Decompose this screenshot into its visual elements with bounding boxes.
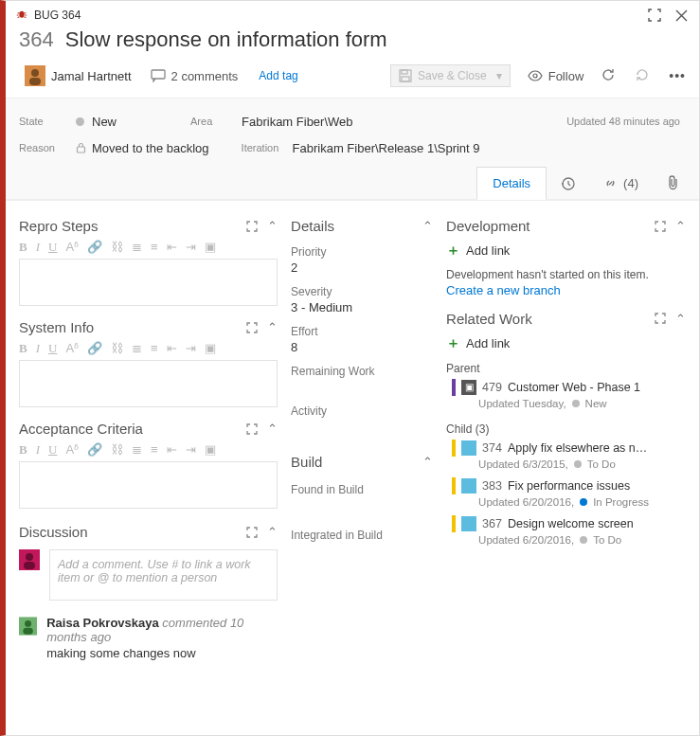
priority-value[interactable]: 2	[291, 260, 433, 278]
expand-icon[interactable]	[655, 221, 666, 232]
related-state: In Progress	[593, 496, 649, 508]
sysinfo-input[interactable]	[19, 360, 278, 407]
tab-details[interactable]: Details	[476, 167, 547, 200]
found-build-value[interactable]	[291, 498, 433, 515]
follow-button[interactable]: Follow	[528, 69, 584, 83]
bullets-icon: ≣	[132, 240, 142, 255]
tab-history[interactable]	[547, 167, 589, 199]
integrated-build-value[interactable]	[291, 544, 433, 561]
chevron-up-icon[interactable]: ⌃	[675, 312, 686, 326]
state-dot-icon	[574, 460, 582, 468]
chevron-up-icon[interactable]: ⌃	[675, 219, 686, 233]
related-item[interactable]: 374 Apply fix elsewhere as n… Updated 6/…	[452, 440, 686, 470]
parent-label: Parent	[446, 362, 686, 375]
window-titlebar: BUG 364	[6, 1, 699, 27]
related-state: To Do	[587, 458, 616, 470]
type-color-bar	[452, 477, 456, 494]
effort-label: Effort	[291, 325, 433, 338]
expand-icon[interactable]	[246, 423, 258, 435]
section-related-title: Related Work	[446, 311, 532, 327]
chevron-up-icon[interactable]: ⌃	[267, 219, 278, 233]
related-updated: Updated 6/20/2016,	[478, 496, 574, 508]
rte-toolbar[interactable]: BIUAᵟ🔗⛓≣≡⇤⇥▣	[19, 440, 278, 459]
child-label: Child (3)	[446, 422, 686, 436]
discussion-item: Raisa Pokrovskaya commented 10 months ag…	[19, 616, 278, 660]
comment-icon	[151, 69, 166, 82]
add-tag-button[interactable]: Add tag	[251, 66, 305, 85]
numbers-icon: ≡	[151, 240, 158, 255]
chevron-up-icon[interactable]: ⌃	[422, 219, 433, 233]
work-item-title[interactable]: Slow response on information form	[65, 27, 387, 52]
related-item[interactable]: 367 Design welcome screen Updated 6/20/2…	[452, 515, 686, 546]
svg-point-2	[31, 69, 39, 77]
svg-point-15	[25, 620, 31, 627]
repro-input[interactable]	[19, 259, 278, 306]
create-branch-link[interactable]: Create a new branch	[446, 283, 686, 297]
expand-icon[interactable]	[246, 322, 258, 333]
related-item[interactable]: 383 Fix performance issues Updated 6/20/…	[452, 477, 686, 508]
severity-value[interactable]: 3 - Medium	[291, 300, 433, 317]
assignee-picker[interactable]: Jamal Hartnett	[19, 63, 137, 88]
rte-toolbar[interactable]: BIUAᵟ🔗⛓≣≡⇤⇥▣	[19, 339, 278, 358]
refresh-icon[interactable]	[601, 67, 618, 84]
related-title: Apply fix elsewhere as n…	[508, 441, 647, 455]
save-close-button[interactable]: Save & Close ▾	[390, 64, 511, 87]
fullscreen-icon[interactable]	[646, 7, 663, 24]
work-item-type-icon: ▣	[461, 380, 476, 395]
state-label: State	[19, 116, 76, 127]
expand-icon[interactable]	[655, 313, 666, 324]
svg-rect-6	[402, 70, 407, 74]
related-title: Design welcome screen	[508, 517, 634, 530]
state-value[interactable]: New	[92, 115, 117, 129]
work-item-type-icon	[461, 516, 476, 531]
bold-icon: B	[19, 240, 27, 255]
activity-value[interactable]	[291, 420, 433, 437]
eye-icon	[528, 70, 543, 81]
type-color-bar	[452, 440, 456, 457]
dev-add-link-button[interactable]: ＋Add link	[446, 242, 686, 260]
updated-text: Updated 48 minutes ago	[566, 116, 686, 127]
found-build-label: Found in Build	[291, 483, 433, 496]
remaining-value[interactable]	[291, 380, 433, 397]
section-details-title: Details	[291, 218, 334, 234]
link-icon	[603, 176, 618, 190]
related-updated: Updated 6/3/2015,	[478, 458, 568, 470]
tab-links[interactable]: (4)	[589, 167, 653, 199]
svg-rect-16	[23, 628, 32, 635]
discussion-input[interactable]: Add a comment. Use # to link a work item…	[49, 549, 278, 601]
comments-button[interactable]: 2 comments	[151, 69, 239, 83]
svg-rect-4	[152, 70, 165, 79]
iteration-value[interactable]: Fabrikam Fiber\Release 1\Sprint 9	[279, 141, 686, 155]
expand-icon[interactable]	[246, 221, 258, 232]
area-value[interactable]: Fabrikam Fiber\Web	[228, 115, 566, 129]
chevron-up-icon[interactable]: ⌃	[267, 525, 278, 539]
close-icon[interactable]	[673, 7, 690, 24]
rel-add-link-button[interactable]: ＋Add link	[446, 334, 686, 352]
reason-value[interactable]: Moved to the backlog	[92, 141, 209, 155]
chevron-up-icon[interactable]: ⌃	[267, 422, 278, 436]
chevron-up-icon[interactable]: ⌃	[422, 455, 433, 469]
more-actions-icon[interactable]: •••	[669, 68, 686, 83]
save-label: Save & Close	[418, 69, 487, 82]
rte-toolbar[interactable]: BIUAᵟ🔗⛓≣≡⇤⇥▣	[19, 238, 278, 257]
comment-text: making some changes now	[46, 646, 278, 660]
chevron-up-icon[interactable]: ⌃	[267, 320, 278, 334]
reason-label: Reason	[19, 142, 76, 153]
avatar-icon	[19, 549, 40, 570]
undo-icon[interactable]	[635, 67, 652, 84]
acceptance-input[interactable]	[19, 461, 278, 509]
expand-icon[interactable]	[246, 527, 258, 538]
area-label: Area	[171, 116, 228, 127]
related-title: Fix performance issues	[508, 479, 630, 493]
plus-icon: ＋	[446, 334, 460, 352]
related-item[interactable]: ▣ 479 Customer Web - Phase 1 Updated Tue…	[452, 379, 686, 409]
related-state: New	[585, 398, 607, 409]
tab-attachments[interactable]	[653, 167, 693, 199]
section-discussion-title: Discussion	[19, 524, 88, 540]
tab-details-label: Details	[493, 176, 530, 190]
remaining-label: Remaining Work	[291, 365, 433, 378]
related-state: To Do	[593, 534, 621, 546]
effort-value[interactable]: 8	[291, 340, 433, 357]
plus-icon: ＋	[446, 242, 460, 260]
integrated-build-label: Integrated in Build	[291, 529, 433, 542]
